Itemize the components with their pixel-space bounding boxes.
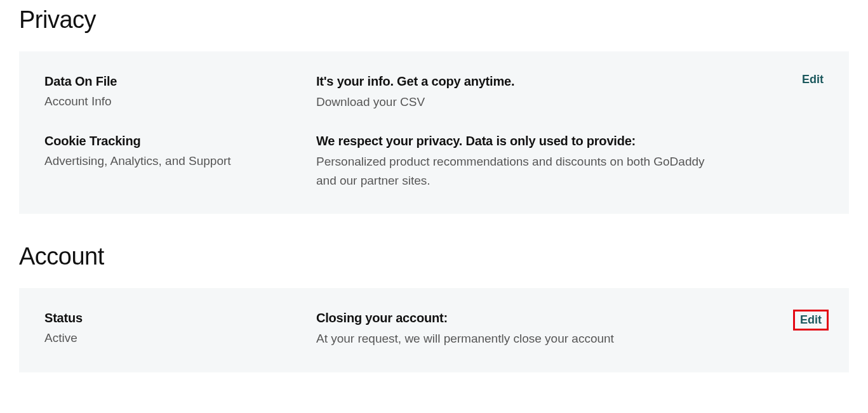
account-row-mid: Closing your account: At your request, w… [316, 310, 773, 348]
account-card: Status Active Closing your account: At y… [19, 288, 849, 372]
edit-account-status-link[interactable]: Edit [793, 310, 829, 331]
privacy-row-mid: It's your info. Get a copy anytime. Down… [316, 73, 773, 111]
data-on-file-value: Account Info [44, 93, 316, 111]
privacy-row-data-on-file: Data On File Account Info It's your info… [44, 73, 824, 111]
privacy-card: Data On File Account Info It's your info… [19, 51, 849, 214]
privacy-section-title: Privacy [19, 6, 849, 34]
status-value: Active [44, 329, 316, 348]
cookie-tracking-desc-sub: Personalized product recommendations and… [316, 152, 710, 190]
data-on-file-label: Data On File [44, 73, 316, 90]
data-on-file-desc-title: It's your info. Get a copy anytime. [316, 73, 747, 90]
data-on-file-desc-sub: Download your CSV [316, 93, 710, 111]
account-row-right: Edit [773, 310, 824, 331]
account-row-left: Status Active [44, 310, 316, 348]
cookie-tracking-desc-title: We respect your privacy. Data is only us… [316, 133, 747, 150]
cookie-tracking-label: Cookie Tracking [44, 133, 316, 150]
privacy-row-mid: We respect your privacy. Data is only us… [316, 133, 773, 190]
privacy-row-right: Edit [773, 73, 824, 86]
edit-data-on-file-link[interactable]: Edit [802, 73, 824, 86]
closing-account-desc-title: Closing your account: [316, 310, 747, 327]
privacy-row-left: Data On File Account Info [44, 73, 316, 111]
privacy-row-left: Cookie Tracking Advertising, Analytics, … [44, 133, 316, 171]
account-section-title: Account [19, 243, 849, 270]
account-row-status: Status Active Closing your account: At y… [44, 310, 824, 348]
cookie-tracking-value: Advertising, Analytics, and Support [44, 152, 316, 171]
privacy-row-cookie-tracking: Cookie Tracking Advertising, Analytics, … [44, 133, 824, 190]
closing-account-desc-sub: At your request, we will permanently clo… [316, 329, 710, 348]
status-label: Status [44, 310, 316, 327]
